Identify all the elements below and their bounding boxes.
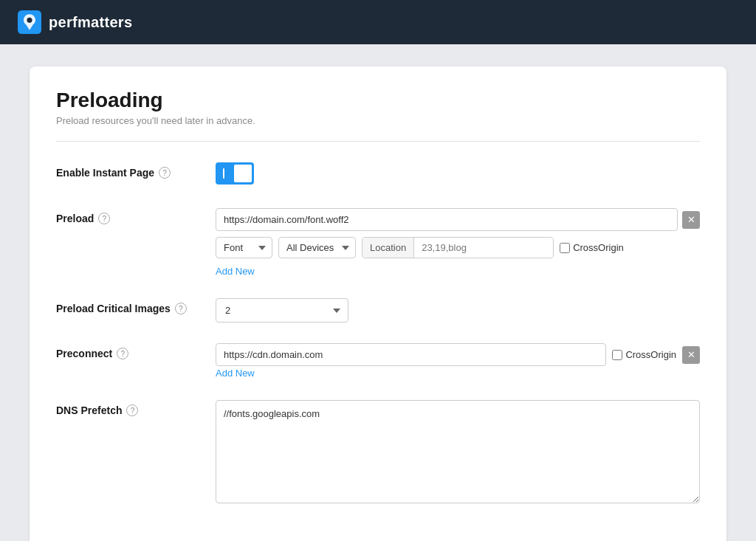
enable-instant-page-label: Enable Instant Page — [56, 167, 154, 179]
preload-help-icon[interactable]: ? — [98, 213, 110, 224]
close-icon: ✕ — [687, 214, 695, 225]
preconnect-url-row: CrossOrigin ✕ — [216, 343, 700, 366]
preconnect-help-icon[interactable]: ? — [117, 348, 128, 359]
preload-device-select[interactable]: All Devices Desktop Mobile — [278, 237, 356, 258]
preload-control: ✕ Font Style Script Image Fetch All Devi… — [216, 208, 700, 278]
preload-critical-images-select[interactable]: 0 1 2 3 4 5 — [216, 298, 348, 323]
preconnect-add-new-link[interactable]: Add New — [216, 368, 255, 379]
toggle-knob — [234, 165, 252, 182]
logo-icon — [18, 10, 41, 34]
preconnect-label-group: Preconnect ? — [56, 343, 204, 359]
preconnect-label: Preconnect — [56, 348, 112, 359]
dns-prefetch-control: //fonts.googleapis.com — [216, 400, 700, 506]
preload-row: Preload ? ✕ Font Style Script — [56, 208, 700, 278]
preload-label: Preload — [56, 213, 94, 224]
settings-card: Preloading Preload resources you'll need… — [30, 66, 726, 541]
preconnect-crossorigin-label[interactable]: CrossOrigin — [612, 349, 676, 360]
enable-instant-page-row: Enable Instant Page ? — [56, 162, 700, 187]
app-header: perfmatters — [0, 0, 756, 44]
preload-type-select[interactable]: Font Style Script Image Fetch — [216, 237, 272, 258]
dns-prefetch-label: DNS Prefetch — [56, 404, 122, 416]
preconnect-url-input[interactable] — [216, 343, 606, 366]
divider — [56, 141, 700, 142]
preload-crossorigin-label[interactable]: CrossOrigin — [560, 242, 624, 253]
preload-remove-button[interactable]: ✕ — [682, 211, 700, 229]
page-title: Preloading — [56, 89, 700, 112]
preload-options-row: Font Style Script Image Fetch All Device… — [216, 237, 700, 258]
preload-add-new-link[interactable]: Add New — [216, 266, 255, 277]
svg-point-1 — [27, 18, 32, 23]
main-wrapper: Preloading Preload resources you'll need… — [0, 44, 756, 541]
app-title: perfmatters — [49, 14, 132, 31]
preload-crossorigin-text: CrossOrigin — [573, 242, 624, 253]
dns-prefetch-row: DNS Prefetch ? //fonts.googleapis.com — [56, 400, 700, 506]
logo-group: perfmatters — [18, 10, 132, 34]
page-subtitle: Preload resources you'll need later in a… — [56, 115, 700, 126]
enable-instant-page-toggle[interactable] — [216, 162, 254, 185]
preload-critical-images-label-group: Preload Critical Images ? — [56, 298, 204, 314]
preload-critical-images-control: 0 1 2 3 4 5 — [216, 298, 700, 323]
preload-crossorigin-checkbox[interactable] — [560, 243, 570, 253]
preconnect-row: Preconnect ? CrossOrigin ✕ Add New — [56, 343, 700, 379]
preconnect-remove-button[interactable]: ✕ — [682, 346, 700, 364]
enable-instant-page-control — [216, 162, 700, 187]
preload-location-input[interactable] — [414, 238, 553, 258]
preload-label-group: Preload ? — [56, 208, 204, 224]
preconnect-crossorigin-text: CrossOrigin — [625, 349, 676, 360]
close-icon: ✕ — [687, 349, 695, 360]
dns-prefetch-textarea[interactable]: //fonts.googleapis.com — [216, 400, 700, 503]
preconnect-crossorigin-checkbox[interactable] — [612, 350, 622, 360]
enable-instant-page-label-group: Enable Instant Page ? — [56, 162, 204, 179]
enable-instant-page-help-icon[interactable]: ? — [159, 167, 171, 179]
preload-url-row: ✕ — [216, 208, 700, 231]
dns-prefetch-label-group: DNS Prefetch ? — [56, 400, 204, 416]
preload-location-label: Location — [362, 238, 414, 258]
preload-critical-images-label: Preload Critical Images — [56, 303, 171, 314]
preload-critical-images-row: Preload Critical Images ? 0 1 2 3 4 5 — [56, 298, 700, 323]
preload-location-wrapper: Location — [362, 237, 554, 258]
preload-url-input[interactable] — [216, 208, 678, 231]
dns-prefetch-help-icon[interactable]: ? — [126, 404, 138, 416]
preload-critical-images-help-icon[interactable]: ? — [175, 303, 187, 314]
preconnect-control: CrossOrigin ✕ Add New — [216, 343, 700, 379]
toggle-line — [223, 168, 224, 179]
